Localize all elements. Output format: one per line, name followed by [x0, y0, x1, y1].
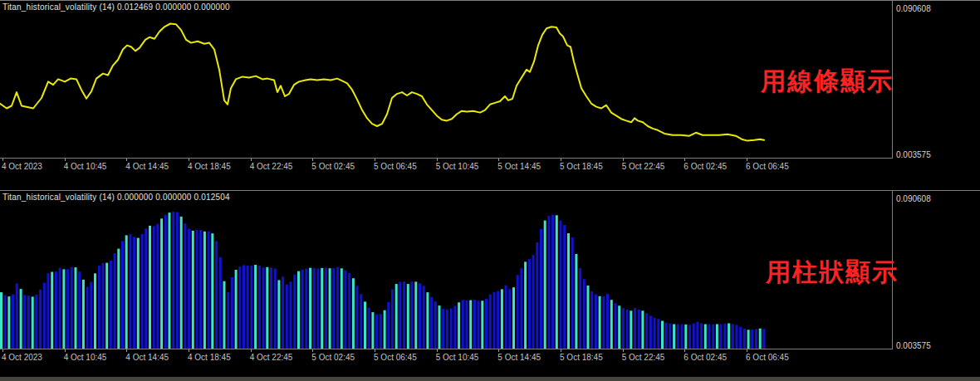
- volatility-bar: [180, 217, 183, 349]
- volatility-bar: [164, 215, 167, 349]
- volatility-bar: [102, 263, 105, 349]
- panel-top-border: [0, 0, 980, 1]
- volatility-bar: [661, 321, 664, 349]
- volatility-bar: [493, 292, 496, 349]
- time-label: 4 Oct 10:45: [64, 353, 107, 362]
- time-tick: [747, 159, 747, 161]
- volatility-bar: [747, 330, 750, 349]
- volatility-bar: [739, 327, 742, 349]
- volatility-bar: [23, 295, 26, 349]
- volatility-bar: [141, 234, 144, 349]
- volatility-bar: [599, 296, 601, 349]
- volatility-bar: [227, 292, 229, 349]
- volatility-bar: [508, 289, 511, 349]
- line-display-annotation: 用線條顯示: [761, 65, 894, 99]
- time-label: 4 Oct 14:45: [125, 353, 169, 362]
- volatility-bar: [708, 325, 711, 349]
- time-label: 4 Oct 2023: [2, 353, 42, 362]
- time-tick: [126, 159, 127, 161]
- volatility-bar: [286, 285, 288, 349]
- volatility-bar: [606, 294, 609, 349]
- volatility-bar: [665, 323, 668, 349]
- volatility-line: [0, 24, 764, 141]
- time-tick: [65, 349, 66, 352]
- volatility-bar: [380, 314, 382, 349]
- volatility-bar: [399, 282, 401, 349]
- time-tick: [437, 159, 438, 161]
- volatility-bar: [579, 268, 581, 349]
- volatility-bar: [571, 237, 574, 349]
- volatility-bar: [262, 267, 265, 349]
- volatility-bar: [434, 301, 437, 349]
- volatility-bar: [348, 273, 350, 349]
- volatility-bar: [94, 273, 96, 349]
- time-label: 5 Oct 06:45: [374, 353, 417, 362]
- volatility-bar: [693, 324, 695, 349]
- volatility-bar: [66, 269, 69, 349]
- volatility-bar: [716, 325, 718, 349]
- time-label: 6 Oct 06:45: [746, 353, 789, 362]
- volatility-bar: [696, 322, 698, 349]
- volatility-bar-chart[interactable]: [0, 191, 892, 349]
- volatility-bar: [677, 325, 679, 349]
- volatility-bar: [231, 277, 233, 349]
- volatility-bar: [55, 271, 57, 349]
- volatility-bar: [250, 266, 252, 349]
- volatility-bar: [439, 305, 441, 349]
- volatility-bar: [532, 255, 535, 349]
- volatility-bar: [39, 290, 42, 349]
- volatility-bar: [645, 313, 648, 349]
- volatility-bar: [317, 268, 320, 349]
- time-tick: [375, 159, 375, 161]
- volatility-bar: [110, 261, 112, 349]
- volatility-bar: [274, 268, 277, 349]
- volatility-bar: [51, 272, 53, 349]
- time-tick: [2, 159, 3, 161]
- volatility-bar: [188, 229, 190, 349]
- time-tick: [312, 349, 313, 352]
- volatility-bar: [403, 281, 405, 349]
- volatility-bar: [391, 290, 394, 349]
- volatility-line-chart[interactable]: [0, 2, 892, 159]
- scale-max-value: 0.090608: [896, 194, 931, 203]
- indicator-windows: Titan_historical_volatility (14) 0.01246…: [0, 0, 980, 381]
- volatility-bar: [626, 310, 629, 349]
- volatility-bar: [728, 324, 730, 349]
- time-tick: [375, 349, 375, 352]
- volatility-bar: [196, 230, 198, 349]
- volatility-bar: [615, 303, 617, 349]
- volatility-bar: [763, 329, 766, 349]
- volatility-bar: [622, 308, 625, 349]
- volatility-bar: [481, 300, 483, 349]
- volatility-bar: [59, 268, 61, 349]
- volatility-bar: [149, 226, 151, 349]
- volatility-bar: [673, 325, 675, 349]
- volatility-bar: [501, 289, 503, 349]
- time-tick: [561, 159, 561, 161]
- time-tick: [189, 159, 189, 161]
- volatility-bar: [590, 291, 593, 349]
- volatility-bar: [751, 330, 753, 349]
- volatility-bar: [720, 324, 723, 349]
- time-label: 5 Oct 22:45: [622, 162, 665, 171]
- time-label: 5 Oct 10:45: [436, 353, 479, 362]
- volatility-bar: [215, 241, 218, 349]
- volatility-bar: [544, 221, 546, 349]
- volatility-bar: [133, 237, 135, 349]
- volatility-bar: [634, 308, 636, 349]
- volatility-bar: [329, 268, 331, 349]
- volatility-bar: [430, 297, 433, 349]
- volatility-bar: [27, 296, 30, 349]
- volatility-bar: [156, 224, 159, 349]
- volatility-bar: [203, 232, 206, 349]
- volatility-bar: [575, 254, 577, 349]
- volatility-bar: [145, 228, 147, 349]
- volatility-bar: [371, 312, 374, 349]
- time-tick: [623, 349, 624, 352]
- volatility-bar: [563, 225, 566, 349]
- volatility-bar: [759, 329, 762, 349]
- volatility-bar: [649, 316, 652, 349]
- time-label: 4 Oct 22:45: [250, 353, 293, 362]
- volatility-bar: [560, 221, 562, 349]
- time-label: 4 Oct 18:45: [188, 162, 231, 171]
